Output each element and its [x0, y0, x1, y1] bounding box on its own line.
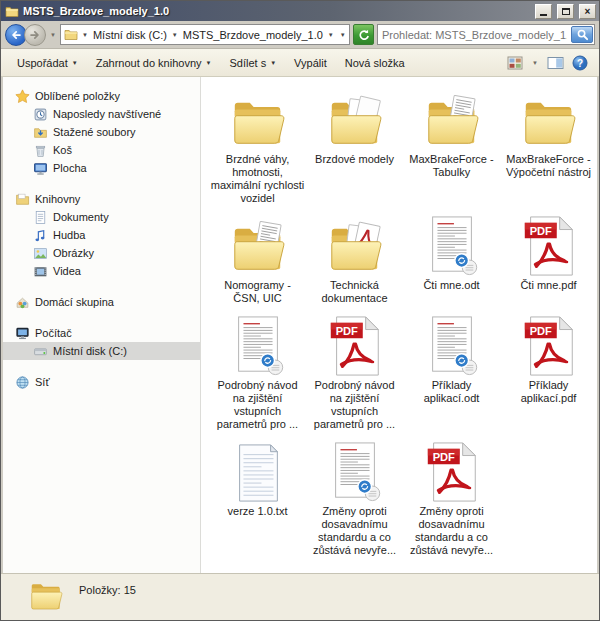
folder-icon: [27, 578, 65, 616]
sidebar-section-label: Síť: [35, 376, 50, 388]
sidebar-item-label: Naposledy navštívené: [53, 108, 161, 120]
pdf-file-icon: PDF: [424, 439, 480, 503]
address-bar[interactable]: ▼Místní disk (C:)▼MSTS_Brzdove_modely_1.…: [60, 24, 350, 45]
views-icon[interactable]: [504, 54, 526, 72]
videos-icon: [33, 264, 48, 279]
file-tile[interactable]: PDF Změny oproti dosavadnímu standardu a…: [403, 439, 500, 557]
file-label: Podrobný návod na zjištění vstupních par…: [307, 379, 402, 431]
file-tile[interactable]: Čti mne.odt: [403, 213, 500, 305]
breadcrumb-segment[interactable]: Místní disk (C:): [91, 28, 169, 42]
file-list-pane[interactable]: Brzdné váhy, hmotnosti, maximální rychlo…: [201, 77, 597, 573]
sidebar-item-sta-en-soubory[interactable]: Stažené soubory: [3, 123, 200, 141]
file-label: Brzdné váhy, hmotnosti, maximální rychlo…: [210, 153, 305, 205]
status-bar: Položky: 15: [1, 573, 599, 620]
odt-file-icon: [426, 213, 478, 277]
toolbar-button-label: Nová složka: [345, 57, 405, 69]
maximize-button[interactable]: [557, 4, 574, 19]
network-icon: [15, 375, 30, 390]
sidebar-item-plocha[interactable]: Plocha: [3, 159, 200, 177]
file-tile[interactable]: MaxBrakeForce - Tabulky: [403, 87, 500, 205]
sidebar-item-naposledy-nav-t-ven-[interactable]: Naposledy navštívené: [3, 105, 200, 123]
svg-text:PDF: PDF: [432, 451, 454, 463]
odt-file-icon: [232, 313, 284, 377]
homegroup-icon: [15, 295, 30, 310]
file-tile[interactable]: MaxBrakeForce - Výpočetní nástroj: [500, 87, 597, 205]
file-label: MaxBrakeForce - Tabulky: [404, 153, 499, 179]
downloads-icon: [33, 125, 48, 140]
folder-icon: [227, 87, 289, 151]
svg-text:PDF: PDF: [529, 225, 551, 237]
txt-file-icon: [232, 439, 284, 503]
file-tile[interactable]: verze 1.0.txt: [209, 439, 306, 557]
sidebar-item-hudba[interactable]: Hudba: [3, 226, 200, 244]
breadcrumb-separator-icon[interactable]: ▼: [327, 32, 335, 38]
svg-text:PDF: PDF: [529, 325, 551, 337]
toolbar-button-new-folder[interactable]: Nová složka: [337, 54, 413, 72]
file-tile[interactable]: Technická dokumentace: [306, 213, 403, 305]
music-icon: [33, 228, 48, 243]
folder-docs-icon: [324, 87, 386, 151]
toolbar-button-share-with[interactable]: Sdílet s▼: [221, 54, 284, 72]
sidebar-item-label: Koš: [53, 144, 72, 156]
search-box[interactable]: [377, 24, 595, 45]
recent-pages-dropdown-icon[interactable]: ▼: [50, 32, 56, 38]
content-area: Oblíbené položkyNaposledy navštívenéStaž…: [1, 77, 599, 573]
preview-pane-icon[interactable]: [544, 54, 567, 72]
file-label: Příklady aplikací.odt: [404, 379, 499, 405]
file-tile[interactable]: PDF Příklady aplikací.pdf: [500, 313, 597, 431]
navigation-bar: ▼ ▼Místní disk (C:)▼MSTS_Brzdove_modely_…: [1, 21, 599, 49]
toolbar-button-include-in-library[interactable]: Zahrnout do knihovny▼: [88, 54, 220, 72]
items-count-label: Položky: 15: [79, 584, 136, 596]
sidebar-section-po-ta-[interactable]: Počítač: [3, 324, 200, 342]
breadcrumb-separator-icon[interactable]: ▼: [81, 32, 89, 38]
file-tile[interactable]: PDF Čti mne.pdf: [500, 213, 597, 305]
sidebar-section-obl-ben-polo-ky[interactable]: Oblíbené položky: [3, 87, 200, 105]
toolbar-button-label: Sdílet s: [229, 57, 266, 69]
minimize-button[interactable]: [535, 4, 552, 19]
file-label: verze 1.0.txt: [228, 505, 288, 518]
sidebar-section-label: Domácí skupina: [35, 296, 114, 308]
navigation-pane: Oblíbené položkyNaposledy navštívenéStaž…: [3, 77, 201, 573]
sidebar-section-knihovny[interactable]: Knihovny: [3, 190, 200, 208]
sidebar-item-obr-zky[interactable]: Obrázky: [3, 244, 200, 262]
sidebar-section-s-[interactable]: Síť: [3, 373, 200, 391]
refresh-button[interactable]: [353, 24, 374, 45]
help-icon[interactable]: ?: [569, 53, 591, 73]
sidebar-item-videa[interactable]: Videa: [3, 262, 200, 280]
sidebar-item-ko-[interactable]: Koš: [3, 141, 200, 159]
desktop-icon: [33, 161, 48, 176]
sidebar-item-m-stn-disk-c-[interactable]: Místní disk (C:): [3, 342, 200, 360]
search-icon[interactable]: [571, 26, 593, 43]
pdf-file-icon: PDF: [521, 213, 577, 277]
address-history-dropdown-icon[interactable]: ▼: [339, 32, 347, 38]
file-tile[interactable]: Podrobný návod na zjištění vstupních par…: [209, 313, 306, 431]
folder-pdf-icon: [324, 213, 386, 277]
folder-icon: [518, 87, 580, 151]
toolbar-button-organize[interactable]: Uspořádat▼: [9, 54, 86, 72]
toolbar-button-label: Vypálit: [294, 57, 327, 69]
title-bar[interactable]: MSTS_Brzdove_modely_1.0 ×: [1, 1, 599, 21]
breadcrumb-segment[interactable]: MSTS_Brzdove_modely_1.0: [181, 28, 325, 42]
views-dropdown-icon[interactable]: ▼: [529, 58, 541, 68]
file-tile[interactable]: PDF Podrobný návod na zjištění vstupních…: [306, 313, 403, 431]
forward-button[interactable]: [24, 24, 46, 46]
file-label: Změny oproti dosavadnímu standardu a co …: [307, 505, 402, 557]
file-tile[interactable]: Nomogramy - ČSN, UIC: [209, 213, 306, 305]
file-tile[interactable]: Příklady aplikací.odt: [403, 313, 500, 431]
pictures-icon: [33, 246, 48, 261]
file-tile[interactable]: Brzdové modely: [306, 87, 403, 205]
search-input[interactable]: [378, 29, 571, 41]
close-button[interactable]: ×: [579, 4, 596, 19]
file-tile[interactable]: Změny oproti dosavadnímu standardu a co …: [306, 439, 403, 557]
toolbar-button-burn[interactable]: Vypálit: [286, 54, 335, 72]
sidebar-item-label: Obrázky: [53, 247, 94, 259]
sidebar-section-dom-c-skupina[interactable]: Domácí skupina: [3, 293, 200, 311]
chevron-down-icon: ▼: [270, 60, 276, 66]
sidebar-item-dokumenty[interactable]: Dokumenty: [3, 208, 200, 226]
file-tile[interactable]: Brzdné váhy, hmotnosti, maximální rychlo…: [209, 87, 306, 205]
breadcrumb-separator-icon[interactable]: ▼: [171, 32, 179, 38]
window-folder-icon: [4, 4, 19, 19]
toolbar-button-label: Zahrnout do knihovny: [96, 57, 202, 69]
file-label: Čti mne.odt: [423, 279, 479, 292]
recent-icon: [33, 107, 48, 122]
